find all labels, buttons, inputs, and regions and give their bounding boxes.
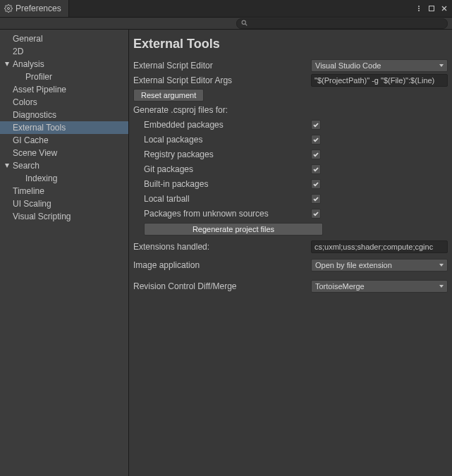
sidebar-item-label: Colors bbox=[13, 97, 37, 108]
sidebar-item-label: Search bbox=[13, 160, 39, 171]
sidebar-item-diagnostics[interactable]: Diagnostics bbox=[0, 109, 128, 121]
page-title: External Tools bbox=[133, 37, 448, 51]
foldout-icon[interactable] bbox=[4, 61, 10, 67]
script-editor-args-label: External Script Editor Args bbox=[133, 75, 311, 85]
maximize-icon[interactable] bbox=[427, 4, 436, 13]
sidebar-item-label: General bbox=[13, 33, 43, 44]
search-input[interactable] bbox=[250, 19, 443, 28]
sidebar: General2DAnalysisProfilerAsset PipelineC… bbox=[0, 30, 129, 476]
csproj-local-packages-checkbox[interactable] bbox=[311, 135, 321, 145]
script-editor-dropdown[interactable]: Visual Studio Code bbox=[311, 59, 448, 72]
csproj-registry-packages-checkbox[interactable] bbox=[311, 149, 321, 159]
csproj-local-packages-label: Local packages bbox=[133, 135, 311, 145]
sidebar-item-profiler[interactable]: Profiler bbox=[0, 71, 128, 83]
extensions-input[interactable] bbox=[311, 240, 448, 253]
tab-preferences[interactable]: Preferences bbox=[0, 0, 69, 17]
svg-point-5 bbox=[242, 20, 245, 24]
script-editor-args-input[interactable] bbox=[311, 74, 448, 87]
window-controls bbox=[414, 4, 452, 13]
sidebar-item-visual-scripting[interactable]: Visual Scripting bbox=[0, 210, 128, 223]
search-icon bbox=[241, 18, 248, 28]
sidebar-item-general[interactable]: General bbox=[0, 32, 128, 45]
sidebar-item-label: Indexing bbox=[25, 173, 57, 184]
search-field[interactable] bbox=[236, 18, 448, 29]
csproj-registry-packages-label: Registry packages bbox=[133, 149, 311, 159]
close-icon[interactable] bbox=[439, 4, 449, 13]
svg-point-3 bbox=[418, 10, 420, 11]
sidebar-item-2d[interactable]: 2D bbox=[0, 45, 128, 58]
sidebar-item-label: Diagnostics bbox=[13, 109, 56, 121]
image-app-dropdown[interactable]: Open by file extension bbox=[311, 259, 448, 271]
sidebar-item-label: 2D bbox=[13, 46, 23, 57]
sidebar-item-label: Scene View bbox=[13, 147, 57, 159]
reset-argument-button[interactable]: Reset argument bbox=[133, 89, 204, 102]
titlebar: Preferences bbox=[0, 0, 452, 18]
sidebar-item-colors[interactable]: Colors bbox=[0, 96, 128, 109]
sidebar-item-label: Timeline bbox=[13, 185, 44, 197]
sidebar-item-timeline[interactable]: Timeline bbox=[0, 185, 128, 197]
main-panel: External Tools External Script Editor Vi… bbox=[129, 30, 452, 476]
extensions-label: Extensions handled: bbox=[133, 242, 311, 252]
svg-point-2 bbox=[418, 8, 420, 9]
csproj-built-in-packages-checkbox[interactable] bbox=[311, 179, 321, 189]
sidebar-item-scene-view[interactable]: Scene View bbox=[0, 147, 128, 159]
regenerate-button[interactable]: Regenerate project files bbox=[144, 223, 323, 236]
sidebar-item-label: UI Scaling bbox=[13, 198, 51, 209]
gear-icon bbox=[4, 4, 13, 13]
csproj-packages-from-unknown-sources-checkbox[interactable] bbox=[311, 209, 321, 219]
sidebar-item-indexing[interactable]: Indexing bbox=[0, 172, 128, 185]
csproj-packages-from-unknown-sources-label: Packages from unknown sources bbox=[133, 209, 311, 219]
script-editor-label: External Script Editor bbox=[133, 61, 311, 71]
csproj-local-tarball-checkbox[interactable] bbox=[311, 194, 321, 204]
sidebar-item-label: Asset Pipeline bbox=[13, 84, 66, 95]
csproj-local-tarball-label: Local tarball bbox=[133, 194, 311, 204]
searchbar bbox=[0, 18, 452, 30]
sidebar-item-external-tools[interactable]: External Tools bbox=[0, 121, 128, 134]
csproj-built-in-packages-label: Built-in packages bbox=[133, 179, 311, 189]
sidebar-item-label: Profiler bbox=[25, 71, 52, 83]
tab-label: Preferences bbox=[16, 4, 61, 13]
sidebar-item-search[interactable]: Search bbox=[0, 159, 128, 172]
svg-rect-4 bbox=[429, 6, 434, 11]
diff-merge-label: Revision Control Diff/Merge bbox=[133, 281, 311, 291]
sidebar-item-label: Analysis bbox=[13, 59, 44, 70]
csproj-git-packages-label: Git packages bbox=[133, 164, 311, 174]
sidebar-item-label: GI Cache bbox=[13, 135, 49, 146]
kebab-icon[interactable] bbox=[414, 4, 424, 13]
sidebar-item-label: External Tools bbox=[13, 122, 66, 133]
svg-point-0 bbox=[8, 8, 10, 10]
csproj-embedded-packages-checkbox[interactable] bbox=[311, 120, 321, 130]
csproj-embedded-packages-label: Embedded packages bbox=[133, 120, 311, 130]
sidebar-item-label: Visual Scripting bbox=[13, 211, 71, 222]
image-app-label: Image application bbox=[133, 260, 311, 270]
csproj-header: Generate .csproj files for: bbox=[133, 105, 311, 115]
sidebar-item-gi-cache[interactable]: GI Cache bbox=[0, 134, 128, 147]
foldout-icon[interactable] bbox=[4, 163, 10, 169]
diff-merge-dropdown[interactable]: TortoiseMerge bbox=[311, 280, 448, 293]
sidebar-item-asset-pipeline[interactable]: Asset Pipeline bbox=[0, 83, 128, 96]
svg-point-1 bbox=[418, 6, 420, 7]
csproj-git-packages-checkbox[interactable] bbox=[311, 164, 321, 174]
sidebar-item-analysis[interactable]: Analysis bbox=[0, 58, 128, 71]
sidebar-item-ui-scaling[interactable]: UI Scaling bbox=[0, 197, 128, 210]
